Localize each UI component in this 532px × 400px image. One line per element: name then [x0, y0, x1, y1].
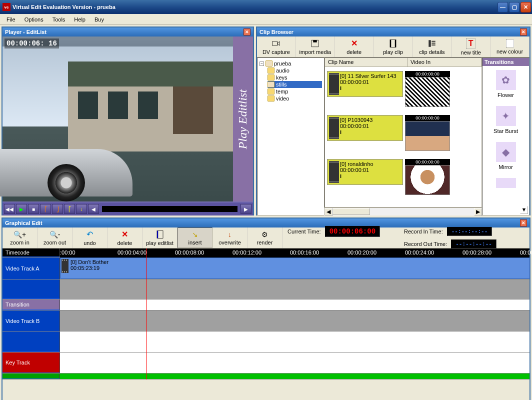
dv-capture-button[interactable]: DV capture	[257, 36, 296, 57]
record-in-label: Record In Time:	[404, 228, 443, 234]
tree-item-audio[interactable]: audio	[268, 67, 322, 74]
close-button[interactable]: ✕	[520, 2, 531, 12]
maximize-button[interactable]: ▢	[509, 2, 520, 12]
menu-buy[interactable]: Buy	[90, 16, 108, 24]
clip-list: Clip Name Video In [0] 11 Silver Surfer …	[324, 58, 482, 208]
track-label-video-b2	[2, 332, 60, 352]
transition-more[interactable]	[482, 174, 529, 192]
minimize-button[interactable]: —	[498, 2, 508, 12]
transitions-scroll-down[interactable]: ▼	[520, 206, 528, 214]
tree-root[interactable]: − prueba	[260, 60, 322, 67]
play-button[interactable]: ▶	[16, 204, 27, 214]
flower-icon: ✿	[496, 70, 516, 90]
clip-browser-title: Clip Browser	[260, 29, 294, 35]
track-key[interactable]	[60, 352, 530, 373]
window-titlebar: ve Virtual Edit Evaluation Version - pru…	[0, 0, 532, 14]
delete-clip-button[interactable]: ✕delete	[335, 36, 374, 57]
timeline[interactable]: Timecode :00:00 00:00:04:00 00:00:08:00 …	[2, 248, 530, 380]
clip-row[interactable]: [0] 11 Silver Surfer 14300:00:00:01i 00:…	[325, 67, 482, 111]
current-time-label: Current Time:	[288, 228, 321, 234]
clip-details-button[interactable]: clip details	[412, 36, 452, 57]
record-out-display: --:--:--:--	[451, 240, 496, 248]
film-strip-icon	[329, 73, 339, 95]
new-title-button[interactable]: Tnew title	[452, 36, 490, 57]
zoom-in-button[interactable]: 🔍+zoom in	[2, 228, 38, 248]
slider-right-button[interactable]: ▶	[240, 204, 252, 214]
rewind-button[interactable]: ◀◀	[4, 204, 15, 214]
camera-icon	[272, 39, 280, 48]
track-video-a-audio[interactable]	[60, 280, 530, 299]
graphical-edit-panel: Graphical Edit ✕ 🔍+zoom in 🔍-zoom out ↶u…	[2, 218, 530, 400]
scroll-thumb[interactable]	[332, 208, 370, 215]
tree-collapse-icon[interactable]: −	[260, 62, 264, 66]
tree-item-stills[interactable]: stills	[268, 81, 322, 88]
track-label-video-b: Video Track B	[2, 310, 60, 331]
delete-icon: ✕	[122, 230, 128, 239]
record-out-label: Record Out Time:	[404, 241, 447, 247]
track-label-audio	[2, 374, 60, 379]
menu-tools[interactable]: Tools	[48, 16, 70, 24]
player-controls: ◀◀ ▶ ■ ⎡ ⎦ ⎡ ↓ ◀ ▶	[2, 202, 253, 216]
track-video-b[interactable]	[60, 310, 530, 331]
import-media-button[interactable]: import media	[296, 36, 335, 57]
new-colour-button[interactable]: new colour	[490, 36, 530, 57]
insert-button[interactable]: ↘insert	[178, 228, 212, 248]
undo-button[interactable]: ↶undo	[72, 228, 108, 248]
clip-thumbnail	[405, 165, 450, 195]
track-transition[interactable]	[60, 300, 530, 310]
mirror-icon: ◆	[496, 142, 516, 162]
menu-options[interactable]: Options	[20, 16, 48, 24]
folder-icon	[268, 68, 274, 74]
folder-icon	[268, 96, 274, 102]
overwrite-button[interactable]: ↓overwrite	[212, 228, 248, 248]
film-play-icon	[156, 230, 164, 239]
col-clip-name[interactable]: Clip Name	[325, 58, 408, 66]
timeline-ruler[interactable]: :00:00 00:00:04:00 00:00:08:00 00:00:12:…	[60, 248, 530, 258]
track-label-video-a: Video Track A	[2, 258, 60, 279]
transition-starburst[interactable]: ✦Star Burst	[482, 102, 529, 138]
zoom-out-button[interactable]: 🔍-zoom out	[38, 228, 72, 248]
tree-item-video[interactable]: video	[268, 95, 322, 102]
clip-row[interactable]: [0] P103094300:00:00:01i 00:00:00:00	[325, 111, 482, 155]
menu-help[interactable]: Help	[70, 16, 90, 24]
clip-list-hscroll[interactable]: ◀ ▶	[324, 208, 482, 216]
col-video-in[interactable]: Video In	[408, 58, 482, 66]
timeline-clip[interactable]: [0] Don't Bother00:05:23:19	[60, 258, 530, 278]
svg-rect-6	[428, 40, 431, 47]
track-video-a[interactable]: [0] Don't Bother00:05:23:19	[60, 258, 530, 279]
delete-button[interactable]: ✕delete	[108, 228, 142, 248]
window-title: Virtual Edit Evaluation Version - prueba	[12, 4, 498, 10]
gedit-title: Graphical Edit	[5, 220, 42, 226]
slider-left-button[interactable]: ◀	[88, 204, 99, 214]
track-video-b-audio[interactable]	[60, 332, 530, 352]
play-clip-button[interactable]: play clip	[374, 36, 413, 57]
scrub-slider[interactable]	[102, 206, 238, 212]
tree-item-keys[interactable]: keys	[268, 74, 322, 81]
goto-in-button[interactable]: ⎡	[64, 204, 75, 214]
details-icon	[428, 39, 436, 48]
tree-item-temp[interactable]: temp	[268, 88, 322, 95]
menu-file[interactable]: File	[2, 16, 20, 24]
stop-button[interactable]: ■	[28, 204, 39, 214]
mark-in-button[interactable]: ⎡	[40, 204, 51, 214]
transition-mirror[interactable]: ◆Mirror	[482, 138, 529, 174]
folder-tree[interactable]: − prueba audio keys stills temp video	[257, 58, 324, 216]
zoom-in-icon: 🔍+	[14, 230, 26, 238]
colour-icon	[506, 40, 514, 48]
scroll-left-button[interactable]: ◀	[324, 208, 332, 216]
track-label-transition: Transition	[2, 300, 60, 310]
track-audio[interactable]	[60, 374, 530, 379]
clipbrowser-close-button[interactable]: ✕	[520, 28, 527, 36]
info-icon: i	[329, 173, 401, 179]
render-icon: ⚙	[262, 230, 268, 238]
clip-row[interactable]: [0] ronaldinho00:00:00:01i 00:00:00:00	[325, 155, 482, 199]
mark-out-button[interactable]: ⎦	[52, 204, 63, 214]
svg-rect-0	[272, 42, 278, 46]
goto-out-button[interactable]: ↓	[76, 204, 87, 214]
transition-flower[interactable]: ✿Flower	[482, 66, 529, 102]
play-editlist-button[interactable]: play editlist	[142, 228, 178, 248]
scroll-right-button[interactable]: ▶	[474, 208, 482, 216]
render-button[interactable]: ⚙render	[248, 228, 282, 248]
film-strip-icon	[62, 259, 68, 273]
player-close-button[interactable]: ✕	[244, 28, 250, 36]
